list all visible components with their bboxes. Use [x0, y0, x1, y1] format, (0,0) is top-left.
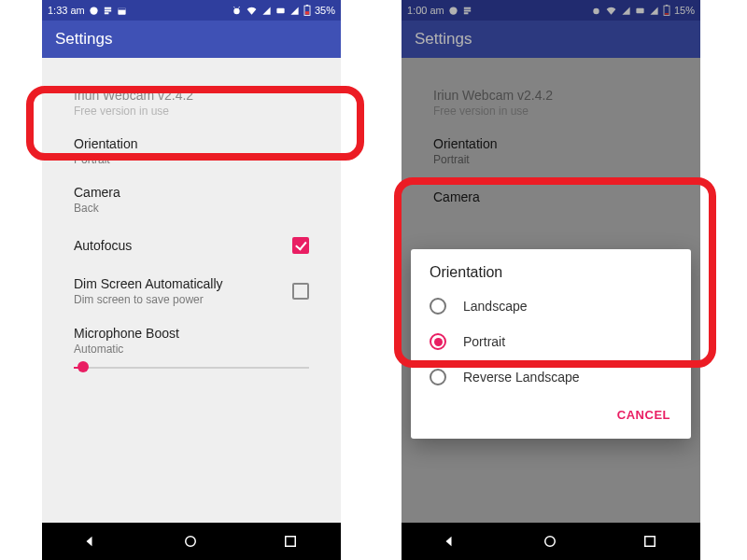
slider-track: [74, 367, 309, 369]
status-time: 1:00 am: [407, 5, 444, 16]
svg-rect-12: [636, 7, 643, 13]
android-nav-bar: [402, 523, 700, 560]
calendar-icon: [117, 6, 127, 16]
autofocus-checkbox[interactable]: [292, 237, 309, 254]
signal-icon: [261, 6, 272, 16]
phone-screenshot-left: 1:33 am 35% Settings Iriun Webcam v2.4.2…: [42, 0, 341, 560]
nav-recents-icon[interactable]: [641, 533, 660, 550]
nav-back-icon[interactable]: [82, 533, 101, 550]
camera-value: Back: [74, 202, 120, 215]
slider-thumb[interactable]: [78, 361, 89, 372]
nav-home-icon[interactable]: [542, 533, 560, 550]
autofocus-label: Autofocus: [74, 238, 132, 253]
settings-list: Iriun Webcam v2.4.2 Free version in use …: [402, 58, 700, 523]
notification-icon: [103, 6, 113, 16]
alarm-icon: [591, 6, 601, 16]
alarm-icon: [232, 6, 242, 16]
dim-screen-row[interactable]: Dim Screen Automatically Dim screen to s…: [55, 267, 328, 315]
android-nav-bar: [42, 523, 341, 560]
svg-rect-7: [305, 11, 309, 14]
appbar-title: Settings: [55, 30, 112, 49]
phone-screenshot-right: 1:00 am 15% Settings Iriun Webcam v2.4.2…: [402, 0, 700, 560]
cancel-button[interactable]: CANCEL: [608, 400, 680, 429]
dim-checkbox[interactable]: [292, 283, 309, 300]
mic-value: Automatic: [74, 343, 179, 356]
svg-point-16: [545, 537, 556, 547]
status-bar: 1:33 am 35%: [42, 0, 341, 21]
volte-icon: [635, 6, 645, 16]
mic-boost-slider[interactable]: [74, 358, 309, 377]
battery-icon: [663, 5, 670, 16]
signal-icon: [621, 6, 631, 16]
svg-rect-2: [118, 7, 125, 9]
svg-rect-9: [285, 537, 295, 547]
orientation-dialog: Orientation Landscape Portrait Reverse L…: [411, 249, 691, 439]
nav-recents-icon[interactable]: [282, 533, 301, 550]
option-label: Reverse Landscape: [463, 370, 580, 385]
battery-text: 15%: [674, 5, 695, 16]
radio-icon[interactable]: [430, 333, 446, 350]
app-name-label: Iriun Webcam v2.4.2: [74, 88, 193, 103]
settings-list[interactable]: Iriun Webcam v2.4.2 Free version in use …: [42, 58, 341, 523]
svg-point-3: [233, 7, 239, 13]
mic-boost-row[interactable]: Microphone Boost Automatic: [55, 315, 328, 358]
svg-point-0: [90, 7, 97, 14]
app-version-row: Iriun Webcam v2.4.2 Free version in use: [55, 78, 328, 127]
svg-rect-4: [276, 7, 284, 13]
option-reverse-landscape[interactable]: Reverse Landscape: [411, 359, 691, 395]
nav-home-icon[interactable]: [182, 533, 201, 550]
app-bar: Settings: [402, 21, 700, 58]
svg-rect-15: [665, 13, 669, 15]
svg-point-10: [449, 7, 457, 14]
orientation-row[interactable]: Orientation Portrait: [55, 127, 328, 175]
autofocus-row[interactable]: Autofocus: [55, 224, 328, 267]
mic-label: Microphone Boost: [74, 326, 179, 341]
notification-icon: [462, 6, 472, 16]
status-time: 1:33 am: [48, 5, 85, 16]
radio-icon[interactable]: [430, 298, 446, 315]
camera-label: Camera: [74, 185, 120, 200]
svg-point-11: [593, 7, 599, 13]
dim-label: Dim Screen Automatically: [74, 276, 223, 291]
option-portrait[interactable]: Portrait: [411, 324, 691, 359]
svg-point-8: [186, 537, 196, 547]
orientation-label: Orientation: [74, 136, 137, 151]
dialog-title: Orientation: [411, 264, 691, 288]
nav-back-icon[interactable]: [442, 533, 460, 550]
radio-icon[interactable]: [430, 369, 446, 385]
svg-rect-6: [306, 5, 308, 6]
notification-icon: [89, 6, 99, 16]
volte-icon: [275, 6, 286, 16]
orientation-value: Portrait: [74, 153, 137, 166]
signal-icon: [289, 6, 300, 16]
battery-icon: [303, 5, 311, 16]
appbar-title: Settings: [415, 30, 472, 49]
option-label: Portrait: [463, 334, 505, 349]
camera-row[interactable]: Camera Back: [55, 175, 328, 224]
option-landscape[interactable]: Landscape: [411, 288, 691, 324]
battery-text: 35%: [315, 5, 335, 16]
svg-rect-14: [666, 5, 668, 6]
svg-rect-17: [644, 537, 655, 547]
status-bar: 1:00 am 15%: [402, 0, 700, 21]
wifi-icon: [605, 6, 617, 16]
dim-sub: Dim screen to save power: [74, 293, 223, 306]
wifi-icon: [246, 6, 258, 16]
app-note-label: Free version in use: [74, 105, 193, 118]
notification-icon: [448, 6, 458, 16]
option-label: Landscape: [463, 299, 528, 314]
signal-icon: [649, 6, 659, 16]
app-bar: Settings: [42, 21, 341, 58]
